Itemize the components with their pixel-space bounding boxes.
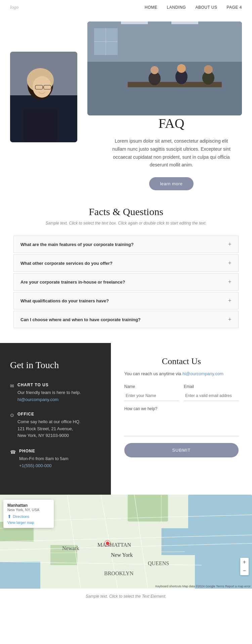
reach-email-link[interactable]: hi@ourcompany.com: [182, 371, 223, 376]
svg-text:MANHATTAN: MANHATTAN: [97, 542, 131, 548]
contact-reach: You can reach us anytime via hi@ourcompa…: [124, 371, 239, 376]
svg-rect-26: [161, 528, 252, 555]
office-title: OFFICE: [17, 412, 81, 416]
office-address1: 121 Rock Street, 21 Avenue,: [17, 426, 81, 433]
reach-text: You can reach us anytime via: [124, 371, 181, 376]
faq-plus-1: +: [228, 241, 232, 247]
name-input[interactable]: [124, 391, 179, 401]
learn-more-button[interactable]: learn more: [149, 177, 193, 190]
message-label: How can we help?: [124, 406, 239, 411]
map-directions-row: ⬆ Directions: [7, 514, 50, 519]
email-label: Email: [184, 384, 239, 389]
map-zoom-controls: + −: [240, 558, 249, 575]
phone-icon: ☎: [10, 449, 16, 455]
svg-rect-23: [24, 109, 57, 142]
faq-plus-3: +: [228, 279, 232, 285]
svg-point-48: [106, 542, 109, 545]
contact-chart-item: ✉ CHART TO US Our friendly team is here …: [10, 383, 101, 402]
svg-text:Newark: Newark: [62, 545, 79, 551]
svg-point-10: [204, 65, 213, 74]
contact-right: Contact Us You can reach us anytime via …: [111, 343, 252, 495]
phone-title: PHONE: [19, 449, 69, 453]
hero-section: FAQ Lorem ipsum dolor sit amet, consecte…: [0, 15, 252, 183]
map-location-sub: New York, NY, USA: [7, 508, 50, 512]
faq-item-1[interactable]: What are the main features of your corpo…: [13, 236, 239, 253]
svg-rect-28: [0, 562, 40, 589]
navigation: logo HOME LANDING ABOUT US PAGE 4: [0, 0, 252, 15]
submit-button[interactable]: SUBMIT: [124, 443, 239, 457]
faq-question-2: What other corporate services do you off…: [20, 261, 113, 266]
hero-image-overlay: [10, 52, 77, 142]
phone-number-link[interactable]: +1(555) 000-000: [19, 463, 52, 468]
contact-left: Get in Touch ✉ CHART TO US Our friendly …: [0, 343, 111, 495]
hero-text-block: FAQ Lorem ipsum dolor sit amet, consecte…: [111, 115, 232, 190]
chart-email-link[interactable]: hi@ourcompany.com: [17, 397, 58, 402]
hero-description: Lorem ipsum dolor sit amet, consectetur …: [111, 137, 232, 169]
email-input[interactable]: [184, 391, 239, 401]
directions-link[interactable]: Directions: [13, 514, 29, 518]
nav-page4[interactable]: PAGE 4: [227, 5, 242, 10]
map-section: New York QUEENS BROOKLYN Newark MANHATTA…: [0, 495, 252, 589]
faq-item-2[interactable]: What other corporate services do you off…: [13, 254, 239, 272]
svg-text:New York: New York: [111, 552, 133, 558]
larger-map-link[interactable]: View larger map: [7, 521, 50, 525]
nav-home[interactable]: HOME: [145, 5, 158, 10]
map-background: New York QUEENS BROOKLYN Newark MANHATTA…: [0, 495, 252, 589]
logo: logo: [10, 5, 18, 10]
contact-left-title: Get in Touch: [10, 360, 101, 370]
faq-question-5: Can I choose where and when to have corp…: [20, 317, 141, 322]
chart-title: CHART TO US: [17, 383, 81, 387]
email-field-group: Email: [184, 384, 239, 401]
chart-desc: Our friendly team is here to help.: [17, 389, 81, 396]
contact-right-title: Contact Us: [124, 356, 239, 366]
map-location-title: Manhattan: [7, 503, 50, 508]
faq-question-1: What are the main features of your corpo…: [20, 242, 134, 247]
zoom-in-button[interactable]: +: [240, 558, 249, 566]
email-icon: ✉: [10, 383, 14, 389]
faq-plus-2: +: [228, 260, 232, 266]
zoom-out-button[interactable]: −: [240, 566, 249, 575]
svg-point-8: [177, 64, 186, 73]
hero-image-main: [87, 21, 242, 115]
faq-item-5[interactable]: Can I choose where and when to have corp…: [13, 311, 239, 328]
message-textarea[interactable]: [124, 413, 239, 436]
contact-office-item: ⊙ OFFICE Come say hello at our office HQ…: [10, 412, 101, 439]
directions-icon: ⬆: [7, 514, 11, 519]
map-attribution: Keyboard shortcuts Map data ©2024 Google…: [155, 585, 251, 588]
phone-hours: Mon-Fri from 8am to 5am: [19, 455, 69, 462]
svg-rect-3: [171, 21, 198, 24]
footer: Sample text. Click to select the Text El…: [0, 589, 252, 604]
faq-title: Facts & Questions: [13, 206, 239, 217]
form-name-email-row: Name Email: [124, 384, 239, 401]
location-icon: ⊙: [10, 412, 14, 418]
footer-text: Sample text. Click to select the Text El…: [86, 594, 166, 599]
office-address2: New York, NY 92103-9000: [17, 432, 81, 439]
svg-point-6: [151, 66, 159, 74]
faq-item-3[interactable]: Are your corporate trainers in-house or …: [13, 273, 239, 291]
contact-phone-item: ☎ PHONE Mon-Fri from 8am to 5am +1(555) …: [10, 449, 101, 468]
faq-subtitle: Sample text. Click to select the text bo…: [13, 221, 239, 226]
office-desc: Come say hello at our office HQ.: [17, 418, 81, 426]
nav-links: HOME LANDING ABOUT US PAGE 4: [145, 5, 242, 10]
faq-item-4[interactable]: What qualifications do your trainers hav…: [13, 292, 239, 309]
meeting-image: [87, 21, 242, 115]
map-popup: Manhattan New York, NY, USA ⬆ Directions…: [3, 500, 54, 528]
faq-plus-4: +: [228, 298, 232, 304]
faq-question-4: What qualifications do your trainers hav…: [20, 298, 109, 303]
faq-plus-5: +: [228, 316, 232, 323]
faq-section: Facts & Questions Sample text. Click to …: [0, 183, 252, 343]
nav-about[interactable]: ABOUT US: [195, 5, 217, 10]
svg-text:BROOKLYN: BROOKLYN: [104, 571, 134, 576]
message-field-group: How can we help?: [124, 406, 239, 436]
contact-section: Get in Touch ✉ CHART TO US Our friendly …: [0, 343, 252, 495]
hero-title: FAQ: [111, 115, 232, 131]
name-field-group: Name: [124, 384, 179, 401]
faq-question-3: Are your corporate trainers in-house or …: [20, 280, 125, 285]
name-label: Name: [124, 384, 179, 389]
nav-landing[interactable]: LANDING: [167, 5, 186, 10]
svg-rect-2: [121, 21, 148, 24]
svg-text:QUEENS: QUEENS: [148, 560, 169, 566]
